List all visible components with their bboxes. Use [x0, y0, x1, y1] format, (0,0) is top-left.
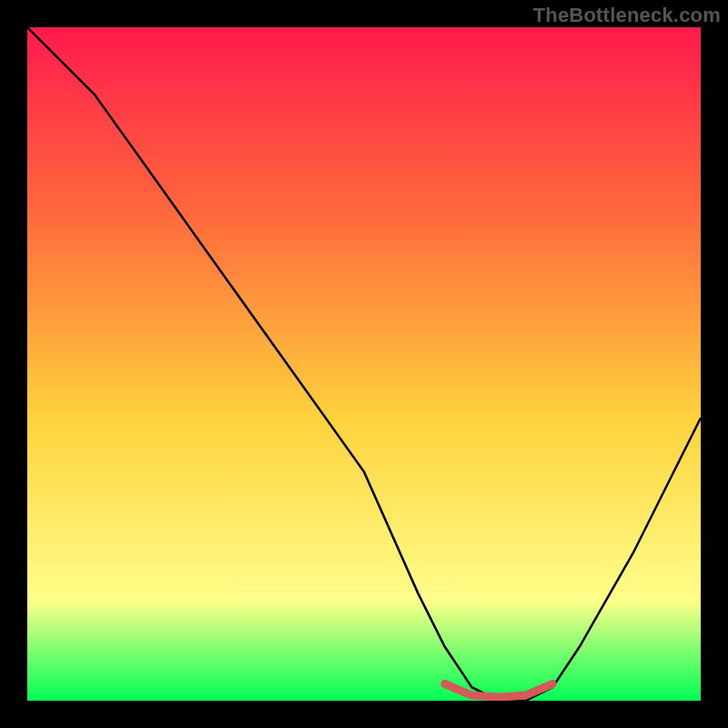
gradient-background — [27, 27, 701, 701]
watermark-text: TheBottleneck.com — [533, 4, 721, 27]
plot-area — [27, 27, 701, 701]
chart-frame: TheBottleneck.com — [0, 0, 728, 728]
chart-svg — [27, 27, 701, 701]
